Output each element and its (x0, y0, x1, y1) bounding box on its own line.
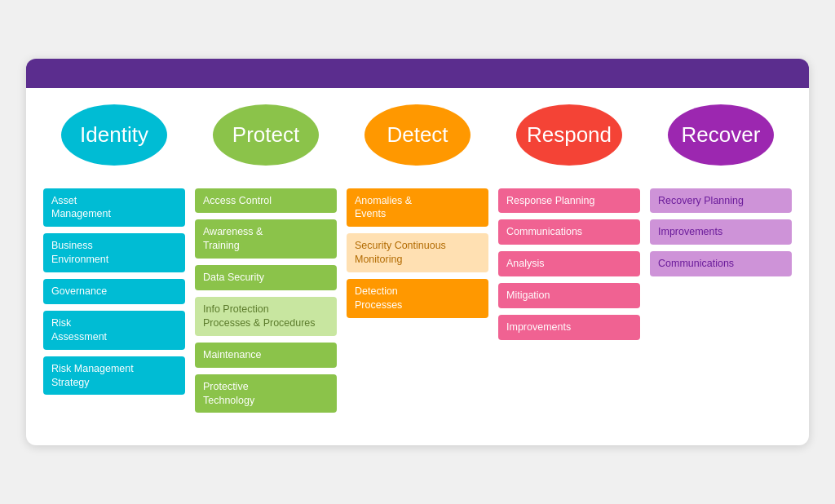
list-item: Risk Management Strategy (43, 356, 185, 396)
list-item: Mitigation (498, 283, 640, 308)
list-item: Info Protection Processes & Procedures (195, 297, 337, 336)
list-item: Data Security (195, 265, 337, 290)
oval-identity: Identity (61, 104, 167, 166)
column-identity: IdentityAsset ManagementBusiness Environ… (38, 104, 190, 413)
list-item: Security Continuous Monitoring (347, 233, 488, 272)
list-item: Governance (43, 279, 185, 304)
oval-protect: Protect (213, 104, 319, 166)
list-item: Communications (650, 251, 792, 276)
list-item: Analysis (498, 251, 640, 276)
list-item: Business Environment (43, 233, 185, 272)
column-detect: DetectAnomalies & EventsSecurity Continu… (342, 104, 493, 413)
list-item: Improvements (498, 315, 640, 340)
items-list-detect: Anomalies & EventsSecurity Continuous Mo… (342, 188, 493, 318)
column-respond: RespondResponse PlanningCommunicationsAn… (493, 104, 645, 413)
list-item: Improvements (650, 219, 792, 245)
list-item: Awareness & Training (195, 219, 337, 259)
list-item: Protective Technology (195, 374, 337, 413)
list-item: Communications (498, 219, 640, 245)
list-item: Access Control (195, 188, 337, 214)
list-item: Detection Processes (347, 279, 488, 318)
items-list-respond: Response PlanningCommunicationsAnalysisM… (493, 188, 645, 340)
oval-recover: Recover (668, 104, 774, 166)
list-item: Anomalies & Events (347, 188, 488, 228)
items-list-protect: Access ControlAwareness & TrainingData S… (190, 188, 342, 413)
items-list-recover: Recovery PlanningImprovementsCommunicati… (645, 188, 797, 277)
list-item: Recovery Planning (650, 188, 792, 214)
page-title (26, 59, 809, 88)
column-protect: ProtectAccess ControlAwareness & Trainin… (190, 104, 342, 413)
columns-container: IdentityAsset ManagementBusiness Environ… (26, 88, 809, 422)
oval-respond: Respond (516, 104, 622, 166)
items-list-identity: Asset ManagementBusiness EnvironmentGove… (38, 188, 190, 396)
list-item: Risk Assessment (43, 311, 185, 350)
list-item: Asset Management (43, 188, 185, 228)
oval-detect: Detect (364, 104, 471, 166)
column-recover: RecoverRecovery PlanningImprovementsComm… (645, 104, 797, 413)
framework-card: IdentityAsset ManagementBusiness Environ… (26, 59, 809, 446)
list-item: Response Planning (498, 188, 640, 214)
list-item: Maintenance (195, 343, 337, 368)
